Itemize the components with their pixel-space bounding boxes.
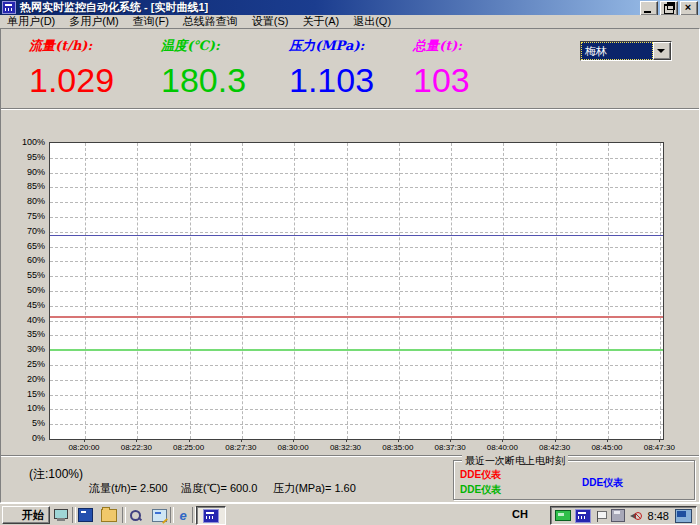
search-icon-button[interactable] — [126, 507, 144, 523]
horizontal-gridline — [50, 247, 663, 248]
battery-icon[interactable] — [555, 510, 571, 521]
vertical-gridline — [137, 143, 138, 439]
station-select-dropdown-button[interactable] — [653, 42, 671, 60]
x-tick-label: 08:30:00 — [266, 443, 320, 452]
readout: 压力(MPa):1.103 — [289, 37, 374, 100]
disk-icon[interactable] — [611, 509, 625, 522]
menu-item[interactable]: 退出(Q) — [346, 15, 398, 28]
series-line-0 — [50, 235, 663, 236]
menu-item[interactable]: 单用户(D) — [0, 15, 62, 28]
console-icon — [78, 508, 93, 522]
x-tick-mark — [189, 439, 190, 442]
x-tick-mark — [84, 439, 85, 442]
title-bar: 热网实时监控自动化系统 - [实时曲线1] × — [0, 0, 700, 15]
app-icon — [2, 1, 16, 14]
plot-area — [49, 142, 664, 440]
y-tick-label: 60% — [13, 256, 45, 265]
chevron-down-icon — [657, 49, 665, 53]
horizontal-gridline — [50, 261, 663, 262]
x-tick-label: 08:47:30 — [632, 443, 686, 452]
horizontal-gridline — [50, 424, 663, 425]
x-tick-mark — [450, 439, 451, 442]
range-item: 流量(t/h)= 2.500 — [89, 481, 168, 496]
vertical-gridline — [503, 143, 504, 439]
x-tick-label: 08:37:30 — [423, 443, 477, 452]
readout-label: 流量(t/h): — [29, 37, 114, 55]
y-tick-label: 20% — [13, 375, 45, 384]
menu-item[interactable]: 关于(A) — [296, 15, 347, 28]
horizontal-gridline — [50, 217, 663, 218]
vertical-gridline — [399, 143, 400, 439]
vertical-gridline — [451, 143, 452, 439]
desktop-icon — [152, 509, 167, 522]
horizontal-gridline — [50, 335, 663, 336]
ie-icon-button[interactable] — [174, 507, 192, 523]
menu-item[interactable]: 总线路查询 — [176, 15, 245, 28]
readout-label: 压力(MPa): — [289, 37, 374, 55]
y-tick-label: 30% — [13, 345, 45, 354]
x-tick-mark — [555, 439, 556, 442]
horizontal-gridline — [50, 291, 663, 292]
clock: 8:48 — [646, 510, 671, 522]
vertical-gridline — [608, 143, 609, 439]
input-language-indicator[interactable]: CH — [512, 508, 528, 520]
monitor-icon[interactable] — [675, 509, 692, 523]
restore-button[interactable] — [660, 1, 678, 16]
y-tick-label: 85% — [13, 182, 45, 191]
readout: 流量(t/h):1.029 — [29, 37, 114, 100]
dde-meter-label: DDE仪表 — [582, 476, 623, 490]
minimize-button[interactable] — [640, 1, 658, 16]
x-tick-mark — [398, 439, 399, 442]
menu-item[interactable]: 多用户(M) — [62, 15, 126, 28]
readout-label: 总量(t): — [413, 37, 470, 55]
vertical-gridline — [556, 143, 557, 439]
menu-bar: 单用户(D)多用户(M)查询(F)总线路查询设置(S)关于(A)退出(Q) — [0, 15, 700, 28]
search-icon — [129, 509, 142, 522]
console-icon-button[interactable] — [76, 507, 94, 523]
power-event-groupbox: 最近一次断电上电时刻 DDE仪表 DDE仪表 DDE仪表 — [453, 460, 695, 500]
dde-meter-label: DDE仪表 — [460, 483, 501, 497]
client-area: 流量(t/h):1.029温度(℃):180.3压力(MPa):1.103总量(… — [0, 28, 700, 503]
x-tick-label: 08:25:00 — [162, 443, 216, 452]
y-tick-label: 80% — [13, 197, 45, 206]
y-tick-label: 95% — [13, 153, 45, 162]
app-task-button[interactable] — [196, 506, 226, 525]
y-tick-label: 15% — [13, 390, 45, 399]
x-tick-label: 08:40:00 — [475, 443, 529, 452]
menu-item[interactable]: 设置(S) — [245, 15, 296, 28]
horizontal-gridline — [50, 380, 663, 381]
ie-icon — [176, 509, 190, 522]
horizontal-gridline — [50, 395, 663, 396]
menu-item[interactable]: 查询(F) — [126, 15, 176, 28]
x-tick-mark — [502, 439, 503, 442]
close-button[interactable]: × — [680, 1, 698, 16]
flag-icon[interactable] — [595, 510, 607, 522]
dde-meter-label: DDE仪表 — [460, 468, 501, 482]
horizontal-gridline — [50, 409, 663, 410]
desktop-icon-button[interactable] — [150, 507, 168, 523]
horizontal-gridline — [50, 202, 663, 203]
taskbar: 开始 CH 8:48 — [0, 503, 700, 525]
vertical-gridline — [660, 143, 661, 439]
folder-icon-button[interactable] — [100, 507, 118, 523]
y-tick-label: 40% — [13, 316, 45, 325]
taskbar-separator — [170, 507, 174, 523]
vertical-gridline — [347, 143, 348, 439]
horizontal-gridline — [50, 276, 663, 277]
x-tick-mark — [136, 439, 137, 442]
y-tick-label: 100% — [13, 138, 45, 147]
readout-value: 1.103 — [289, 61, 374, 100]
readout: 温度(℃):180.3 — [161, 37, 246, 100]
start-button[interactable]: 开始 — [2, 506, 50, 524]
separator — [1, 108, 699, 110]
y-tick-label: 90% — [13, 168, 45, 177]
taskbar-separator — [122, 507, 126, 523]
app-icon — [203, 509, 219, 523]
app-tray-icon[interactable] — [575, 509, 591, 523]
station-select[interactable]: 梅林 — [580, 41, 672, 61]
y-tick-label: 55% — [13, 271, 45, 280]
taskbar-separator — [192, 507, 196, 523]
computer-icon-button[interactable] — [52, 507, 70, 523]
muted-speaker-icon[interactable] — [629, 510, 642, 522]
x-tick-mark — [607, 439, 608, 442]
